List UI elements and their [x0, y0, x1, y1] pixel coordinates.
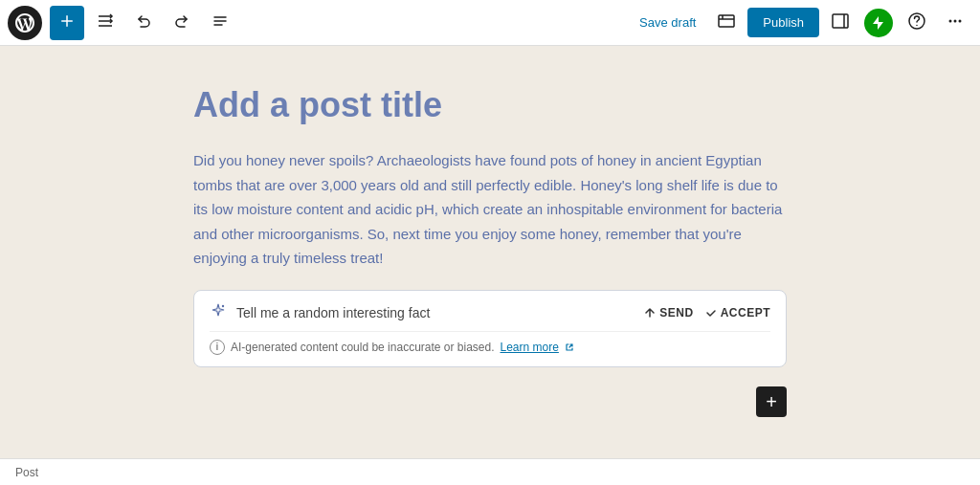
jetpack-button[interactable] [861, 6, 896, 40]
redo-icon [173, 12, 190, 33]
add-block-row: + [193, 386, 787, 417]
svg-rect-1 [833, 14, 848, 28]
publish-button[interactable]: Publish [747, 8, 819, 37]
view-icon [717, 11, 736, 33]
redo-button[interactable] [165, 6, 199, 40]
view-svg [717, 11, 736, 31]
ai-action-buttons: SEND ACCEPT [644, 306, 770, 320]
sidebar-toggle-button[interactable] [823, 6, 858, 40]
sidebar-svg [831, 11, 850, 31]
ai-disclaimer: i AI-generated content could be inaccura… [210, 331, 770, 355]
svg-point-7 [222, 304, 224, 306]
svg-point-5 [954, 20, 957, 23]
ai-suggestion-box: Tell me a random interesting fact SEND A… [193, 290, 787, 367]
jetpack-svg [871, 15, 886, 31]
learn-more-link[interactable]: Learn more [501, 341, 559, 354]
send-arrow-icon [644, 307, 656, 319]
add-block-floating-button[interactable]: + [756, 386, 787, 417]
more-icon [946, 11, 965, 33]
editor-container: Add a post title Did you honey never spo… [193, 84, 787, 401]
tools-button[interactable] [88, 6, 122, 40]
toolbar-right: Save draft Publish [630, 6, 972, 40]
details-icon [212, 12, 229, 33]
redo-svg [173, 12, 190, 30]
content-area: Add a post title Did you honey never spo… [0, 46, 980, 458]
undo-button[interactable] [126, 6, 161, 40]
accept-label: ACCEPT [721, 306, 770, 320]
undo-svg [135, 12, 152, 30]
ai-send-button[interactable]: SEND [644, 306, 693, 320]
send-label: SEND [659, 306, 693, 320]
checkmark-icon [705, 307, 717, 319]
status-label: Post [15, 466, 38, 479]
svg-point-6 [959, 20, 962, 23]
undo-icon [135, 12, 152, 33]
spark-svg [210, 302, 227, 320]
help-svg [907, 11, 926, 31]
add-icon: + [766, 392, 777, 411]
status-bar: Post [0, 458, 980, 485]
plus-svg [59, 13, 75, 29]
post-body[interactable]: Did you honey never spoils? Archaeologis… [193, 148, 787, 271]
view-button[interactable] [709, 6, 744, 40]
svg-point-4 [949, 20, 952, 23]
ai-suggestion-top: Tell me a random interesting fact SEND A… [210, 302, 770, 323]
toolbar: Save draft Publish [0, 0, 980, 46]
help-icon [907, 11, 926, 33]
more-svg [946, 11, 965, 31]
jetpack-icon [864, 9, 893, 37]
svg-point-3 [916, 25, 918, 27]
ai-accept-button[interactable]: ACCEPT [705, 306, 770, 320]
details-button[interactable] [203, 6, 237, 40]
svg-rect-0 [719, 15, 734, 27]
more-options-button[interactable] [938, 6, 972, 40]
wordpress-icon [15, 13, 34, 33]
save-draft-button[interactable]: Save draft [630, 10, 705, 35]
post-title[interactable]: Add a post title [193, 84, 787, 125]
external-link-icon [565, 342, 574, 352]
ai-spark-icon [210, 302, 227, 323]
add-block-button[interactable] [50, 6, 84, 40]
details-svg [212, 12, 229, 30]
disclaimer-text: AI-generated content could be inaccurate… [231, 341, 495, 354]
plus-icon [59, 13, 75, 33]
help-button[interactable] [900, 6, 934, 40]
sidebar-icon [831, 11, 850, 33]
info-icon: i [210, 340, 225, 355]
ai-prompt-text: Tell me a random interesting fact [236, 305, 635, 320]
wordpress-logo[interactable] [8, 6, 42, 40]
tools-icon [97, 12, 114, 33]
tools-svg [97, 12, 114, 30]
